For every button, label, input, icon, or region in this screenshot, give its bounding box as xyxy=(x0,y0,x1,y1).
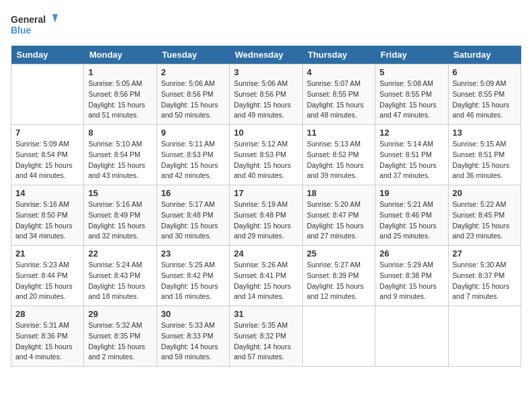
calendar-cell: 10Sunrise: 5:12 AM Sunset: 8:53 PM Dayli… xyxy=(230,125,302,185)
day-number: 1 xyxy=(88,67,152,77)
calendar-cell: 28Sunrise: 5:31 AM Sunset: 8:36 PM Dayli… xyxy=(11,306,84,367)
calendar-cell: 30Sunrise: 5:33 AM Sunset: 8:33 PM Dayli… xyxy=(157,306,229,367)
calendar-cell: 14Sunrise: 5:16 AM Sunset: 8:50 PM Dayli… xyxy=(11,185,84,246)
day-number: 12 xyxy=(380,128,443,138)
calendar-cell: 9Sunrise: 5:11 AM Sunset: 8:53 PM Daylig… xyxy=(157,125,229,185)
day-info: Sunrise: 5:07 AM Sunset: 8:55 PM Dayligh… xyxy=(307,79,371,121)
day-info: Sunrise: 5:09 AM Sunset: 8:54 PM Dayligh… xyxy=(15,139,79,181)
day-info: Sunrise: 5:24 AM Sunset: 8:43 PM Dayligh… xyxy=(88,260,152,302)
calendar-cell: 12Sunrise: 5:14 AM Sunset: 8:51 PM Dayli… xyxy=(375,125,448,185)
day-number: 16 xyxy=(161,188,225,198)
calendar-cell: 15Sunrise: 5:16 AM Sunset: 8:49 PM Dayli… xyxy=(84,185,157,246)
calendar-cell: 31Sunrise: 5:35 AM Sunset: 8:32 PM Dayli… xyxy=(230,306,302,367)
day-number: 30 xyxy=(161,309,225,319)
day-number: 31 xyxy=(234,309,298,319)
day-info: Sunrise: 5:06 AM Sunset: 8:56 PM Dayligh… xyxy=(234,79,298,121)
svg-marker-2 xyxy=(52,14,58,23)
calendar-cell: 21Sunrise: 5:23 AM Sunset: 8:44 PM Dayli… xyxy=(11,246,84,306)
weekday-header-monday: Monday xyxy=(84,46,157,64)
calendar-cell xyxy=(375,306,448,367)
day-number: 2 xyxy=(161,67,225,77)
day-number: 7 xyxy=(15,128,79,138)
day-info: Sunrise: 5:19 AM Sunset: 8:48 PM Dayligh… xyxy=(234,199,298,242)
calendar-cell: 24Sunrise: 5:26 AM Sunset: 8:41 PM Dayli… xyxy=(230,246,302,306)
day-number: 22 xyxy=(88,248,152,259)
logo: General Blue xyxy=(11,11,58,38)
day-number: 26 xyxy=(380,248,443,259)
day-info: Sunrise: 5:20 AM Sunset: 8:47 PM Dayligh… xyxy=(307,199,371,242)
calendar-table: SundayMondayTuesdayWednesdayThursdayFrid… xyxy=(11,46,521,367)
weekday-header-friday: Friday xyxy=(375,46,448,64)
calendar-cell: 27Sunrise: 5:30 AM Sunset: 8:37 PM Dayli… xyxy=(448,246,521,306)
day-info: Sunrise: 5:23 AM Sunset: 8:44 PM Dayligh… xyxy=(15,260,79,302)
day-number: 14 xyxy=(15,188,79,198)
day-number: 6 xyxy=(453,67,517,77)
calendar-cell: 19Sunrise: 5:21 AM Sunset: 8:46 PM Dayli… xyxy=(375,185,448,246)
day-info: Sunrise: 5:30 AM Sunset: 8:37 PM Dayligh… xyxy=(453,260,517,302)
day-number: 13 xyxy=(453,128,517,138)
day-info: Sunrise: 5:05 AM Sunset: 8:56 PM Dayligh… xyxy=(88,79,152,121)
calendar-cell xyxy=(11,64,84,125)
calendar-cell: 13Sunrise: 5:15 AM Sunset: 8:51 PM Dayli… xyxy=(448,125,521,185)
svg-text:General: General xyxy=(11,14,46,25)
weekday-header-saturday: Saturday xyxy=(448,46,521,64)
day-info: Sunrise: 5:17 AM Sunset: 8:48 PM Dayligh… xyxy=(161,199,225,242)
calendar-cell: 18Sunrise: 5:20 AM Sunset: 8:47 PM Dayli… xyxy=(302,185,375,246)
calendar-cell: 17Sunrise: 5:19 AM Sunset: 8:48 PM Dayli… xyxy=(230,185,302,246)
calendar-cell: 8Sunrise: 5:10 AM Sunset: 8:54 PM Daylig… xyxy=(84,125,157,185)
day-number: 8 xyxy=(88,128,152,138)
day-number: 11 xyxy=(307,128,371,138)
day-number: 10 xyxy=(234,128,298,138)
weekday-header-thursday: Thursday xyxy=(302,46,375,64)
day-number: 15 xyxy=(88,188,152,198)
day-info: Sunrise: 5:10 AM Sunset: 8:54 PM Dayligh… xyxy=(88,139,152,181)
calendar-cell: 4Sunrise: 5:07 AM Sunset: 8:55 PM Daylig… xyxy=(302,64,375,125)
day-info: Sunrise: 5:21 AM Sunset: 8:46 PM Dayligh… xyxy=(380,199,443,242)
day-number: 3 xyxy=(234,67,298,77)
weekday-header-sunday: Sunday xyxy=(11,46,84,64)
day-number: 27 xyxy=(453,248,517,259)
day-info: Sunrise: 5:06 AM Sunset: 8:56 PM Dayligh… xyxy=(161,79,225,121)
calendar-cell: 20Sunrise: 5:22 AM Sunset: 8:45 PM Dayli… xyxy=(448,185,521,246)
logo-svg: General Blue xyxy=(11,11,58,38)
week-row-4: 21Sunrise: 5:23 AM Sunset: 8:44 PM Dayli… xyxy=(11,246,521,306)
day-number: 20 xyxy=(453,188,517,198)
day-number: 24 xyxy=(234,248,298,259)
day-info: Sunrise: 5:22 AM Sunset: 8:45 PM Dayligh… xyxy=(453,199,517,242)
day-info: Sunrise: 5:29 AM Sunset: 8:38 PM Dayligh… xyxy=(380,260,443,302)
day-number: 23 xyxy=(161,248,225,259)
weekday-header-tuesday: Tuesday xyxy=(157,46,229,64)
day-info: Sunrise: 5:08 AM Sunset: 8:55 PM Dayligh… xyxy=(380,79,443,121)
day-info: Sunrise: 5:16 AM Sunset: 8:50 PM Dayligh… xyxy=(15,199,79,242)
calendar-cell: 16Sunrise: 5:17 AM Sunset: 8:48 PM Dayli… xyxy=(157,185,229,246)
svg-text:Blue: Blue xyxy=(11,25,32,36)
day-info: Sunrise: 5:31 AM Sunset: 8:36 PM Dayligh… xyxy=(15,320,79,363)
day-number: 18 xyxy=(307,188,371,198)
calendar-cell: 2Sunrise: 5:06 AM Sunset: 8:56 PM Daylig… xyxy=(157,64,229,125)
calendar-cell: 5Sunrise: 5:08 AM Sunset: 8:55 PM Daylig… xyxy=(375,64,448,125)
day-info: Sunrise: 5:13 AM Sunset: 8:52 PM Dayligh… xyxy=(307,139,371,181)
week-row-3: 14Sunrise: 5:16 AM Sunset: 8:50 PM Dayli… xyxy=(11,185,521,246)
day-number: 9 xyxy=(161,128,225,138)
day-number: 5 xyxy=(380,67,443,77)
day-info: Sunrise: 5:11 AM Sunset: 8:53 PM Dayligh… xyxy=(161,139,225,181)
day-info: Sunrise: 5:26 AM Sunset: 8:41 PM Dayligh… xyxy=(234,260,298,302)
day-info: Sunrise: 5:32 AM Sunset: 8:35 PM Dayligh… xyxy=(88,320,152,363)
calendar-cell: 29Sunrise: 5:32 AM Sunset: 8:35 PM Dayli… xyxy=(84,306,157,367)
week-row-2: 7Sunrise: 5:09 AM Sunset: 8:54 PM Daylig… xyxy=(11,125,521,185)
day-info: Sunrise: 5:25 AM Sunset: 8:42 PM Dayligh… xyxy=(161,260,225,302)
calendar-cell: 11Sunrise: 5:13 AM Sunset: 8:52 PM Dayli… xyxy=(302,125,375,185)
page-header: General Blue xyxy=(11,11,521,38)
weekday-header-wednesday: Wednesday xyxy=(230,46,302,64)
calendar-cell: 26Sunrise: 5:29 AM Sunset: 8:38 PM Dayli… xyxy=(375,246,448,306)
day-number: 4 xyxy=(307,67,371,77)
day-number: 29 xyxy=(88,309,152,319)
calendar-cell xyxy=(302,306,375,367)
calendar-cell: 6Sunrise: 5:09 AM Sunset: 8:55 PM Daylig… xyxy=(448,64,521,125)
day-info: Sunrise: 5:12 AM Sunset: 8:53 PM Dayligh… xyxy=(234,139,298,181)
week-row-1: 1Sunrise: 5:05 AM Sunset: 8:56 PM Daylig… xyxy=(11,64,521,125)
calendar-cell xyxy=(448,306,521,367)
day-number: 17 xyxy=(234,188,298,198)
day-info: Sunrise: 5:15 AM Sunset: 8:51 PM Dayligh… xyxy=(453,139,517,181)
day-info: Sunrise: 5:16 AM Sunset: 8:49 PM Dayligh… xyxy=(88,199,152,242)
